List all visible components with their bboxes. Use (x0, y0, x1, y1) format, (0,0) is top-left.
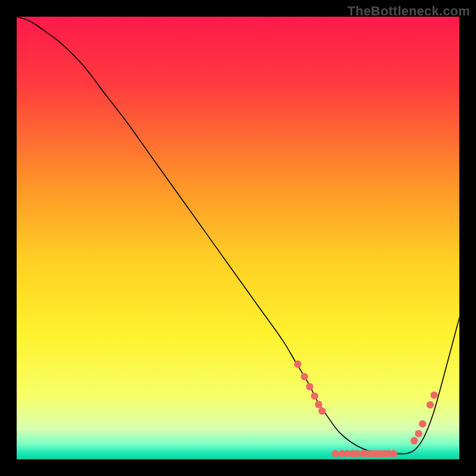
data-marker (419, 420, 426, 427)
data-marker (311, 392, 318, 399)
chart-frame: TheBottleneck.com (0, 0, 476, 476)
data-marker (315, 401, 322, 408)
data-marker (331, 450, 339, 457)
data-marker (318, 408, 325, 415)
data-marker (300, 373, 308, 380)
data-marker (294, 361, 301, 368)
data-marker (427, 401, 434, 408)
data-marker (430, 392, 437, 399)
chart-svg (17, 17, 459, 459)
data-marker (306, 383, 313, 390)
data-marker (390, 450, 397, 457)
data-marker (415, 430, 422, 437)
gradient-background (17, 17, 459, 459)
plot-area (17, 17, 459, 459)
data-marker (411, 437, 418, 444)
watermark-label: TheBottleneck.com (347, 4, 470, 19)
